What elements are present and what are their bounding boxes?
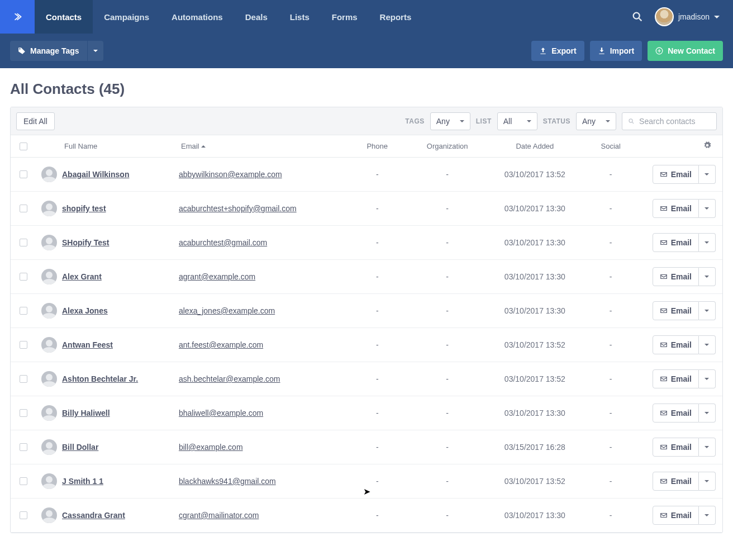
nav-tab-forms[interactable]: Forms <box>321 0 369 34</box>
email-contact-button[interactable]: Email <box>653 404 699 423</box>
select-all-checkbox[interactable] <box>20 143 27 150</box>
user-menu[interactable]: jmadison <box>655 7 720 26</box>
column-settings-button[interactable] <box>634 141 718 151</box>
contact-email-link[interactable]: cgrant@mailinator.com <box>179 511 259 520</box>
status-filter-value: Any <box>582 117 596 126</box>
row-checkbox[interactable] <box>20 443 27 451</box>
row-checkbox[interactable] <box>20 341 27 349</box>
manage-tags-button[interactable]: Manage Tags <box>10 41 87 61</box>
row-actions-dropdown[interactable] <box>699 472 716 491</box>
contact-name-link[interactable]: Billy Haliwell <box>62 409 110 417</box>
email-button-label: Email <box>671 374 692 383</box>
email-contact-button[interactable]: Email <box>653 199 699 218</box>
app-logo[interactable] <box>0 0 35 34</box>
row-checkbox[interactable] <box>20 170 27 178</box>
row-actions-dropdown[interactable] <box>699 506 716 525</box>
contact-social: - <box>587 409 634 417</box>
col-date-added[interactable]: Date Added <box>482 142 587 150</box>
export-button[interactable]: Export <box>531 41 584 61</box>
nav-tab-deals[interactable]: Deals <box>234 0 279 34</box>
table-row: Alexa Jonesalexa_jones@example.com--03/1… <box>11 294 722 328</box>
col-organization[interactable]: Organization <box>412 142 482 150</box>
contact-name-link[interactable]: Alexa Jones <box>62 306 108 315</box>
row-checkbox[interactable] <box>20 307 27 315</box>
row-checkbox[interactable] <box>20 511 27 519</box>
new-contact-button[interactable]: New Contact <box>648 41 723 61</box>
global-search-button[interactable] <box>631 11 644 23</box>
col-social[interactable]: Social <box>587 142 634 150</box>
row-actions-dropdown[interactable] <box>699 404 716 423</box>
tags-filter-select[interactable]: Any <box>430 112 470 130</box>
nav-tab-contacts[interactable]: Contacts <box>35 0 93 34</box>
contact-social: - <box>587 374 634 383</box>
nav-tab-lists[interactable]: Lists <box>279 0 321 34</box>
contact-name-link[interactable]: Antwan Feest <box>62 340 113 349</box>
email-contact-button[interactable]: Email <box>653 369 699 388</box>
col-full-name[interactable]: Full Name <box>62 142 179 150</box>
row-actions-dropdown[interactable] <box>699 267 716 286</box>
nav-tab-reports[interactable]: Reports <box>369 0 423 34</box>
contact-email-link[interactable]: abbywilkinson@example.com <box>179 170 282 179</box>
contact-email-link[interactable]: ant.feest@example.com <box>179 340 263 349</box>
contact-email-link[interactable]: ash.bechtelar@example.com <box>179 374 280 383</box>
contact-name-link[interactable]: shopify test <box>62 204 106 213</box>
status-filter-select[interactable]: Any <box>576 112 616 130</box>
contact-avatar <box>41 507 57 523</box>
email-contact-button[interactable]: Email <box>653 335 699 354</box>
contact-name-link[interactable]: Abagail Wilkinson <box>62 170 129 179</box>
envelope-icon <box>660 375 668 383</box>
nav-tab-automations[interactable]: Automations <box>160 0 234 34</box>
contact-name-link[interactable]: Ashton Bechtelar Jr. <box>62 374 138 383</box>
email-contact-button[interactable]: Email <box>653 233 699 252</box>
edit-all-button[interactable]: Edit All <box>16 112 55 130</box>
row-checkbox[interactable] <box>20 477 27 485</box>
row-actions-dropdown[interactable] <box>699 438 716 457</box>
search-contacts-box[interactable] <box>622 112 717 130</box>
search-contacts-input[interactable] <box>639 117 711 126</box>
col-phone[interactable]: Phone <box>342 142 412 150</box>
sort-asc-icon <box>201 145 206 148</box>
col-email[interactable]: Email <box>179 142 342 150</box>
contact-org: - <box>412 511 482 520</box>
contact-email-link[interactable]: alexa_jones@example.com <box>179 306 275 315</box>
email-contact-button[interactable]: Email <box>653 472 699 491</box>
row-checkbox[interactable] <box>20 273 27 281</box>
list-filter-select[interactable]: All <box>497 112 537 130</box>
chevron-down-icon <box>705 310 709 312</box>
contact-email-link[interactable]: bill@example.com <box>179 443 243 452</box>
row-actions-dropdown[interactable] <box>699 335 716 354</box>
col-email-label: Email <box>181 142 199 150</box>
email-contact-button[interactable]: Email <box>653 301 699 320</box>
contact-email-link[interactable]: blackhawks941@gmail.com <box>179 477 276 486</box>
email-contact-button[interactable]: Email <box>653 506 699 525</box>
contact-date: 03/15/2017 16:28 <box>482 443 587 452</box>
chevron-down-icon <box>93 50 98 52</box>
row-actions-dropdown[interactable] <box>699 165 716 184</box>
email-contact-button[interactable]: Email <box>653 267 699 286</box>
email-contact-button[interactable]: Email <box>653 165 699 184</box>
contact-name-link[interactable]: J Smith 1 1 <box>62 477 103 486</box>
table-row: Alex Grantagrant@example.com--03/10/2017… <box>11 260 722 294</box>
row-actions-dropdown[interactable] <box>699 199 716 218</box>
row-checkbox[interactable] <box>20 205 27 212</box>
row-checkbox[interactable] <box>20 409 27 417</box>
contact-name-link[interactable]: Alex Grant <box>62 272 102 281</box>
row-actions-dropdown[interactable] <box>699 301 716 320</box>
contact-email-link[interactable]: agrant@example.com <box>179 272 255 281</box>
contact-email-link[interactable]: acaburchtest+shopify@gmail.com <box>179 204 297 213</box>
nav-tab-campaigns[interactable]: Campaigns <box>93 0 160 34</box>
row-checkbox[interactable] <box>20 375 27 383</box>
import-button[interactable]: Import <box>590 41 642 61</box>
row-actions-dropdown[interactable] <box>699 369 716 388</box>
contact-name-link[interactable]: Bill Dollar <box>62 443 98 452</box>
contact-name-link[interactable]: Cassandra Grant <box>62 511 125 520</box>
contact-org: - <box>412 170 482 179</box>
contact-email-link[interactable]: bhaliwell@example.com <box>179 409 263 417</box>
manage-tags-dropdown[interactable] <box>87 41 103 61</box>
row-actions-dropdown[interactable] <box>699 233 716 252</box>
contact-date: 03/10/2017 13:52 <box>482 374 587 383</box>
row-checkbox[interactable] <box>20 239 27 246</box>
email-contact-button[interactable]: Email <box>653 438 699 457</box>
contact-name-link[interactable]: SHopify Test <box>62 238 110 247</box>
contact-email-link[interactable]: acaburchtest@gmail.com <box>179 238 267 247</box>
